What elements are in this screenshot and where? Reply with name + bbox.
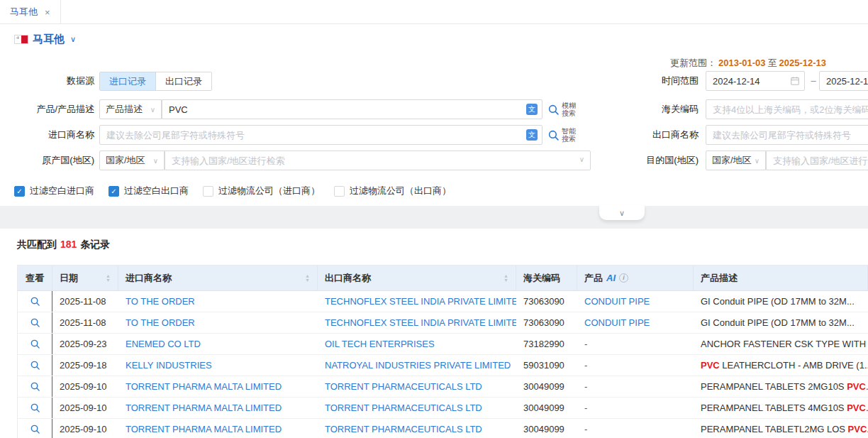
table-row: 2025-11-08 TO THE ORDER TECHNOFLEX STEEL… (18, 291, 868, 312)
header-date[interactable]: 日期 ▲▼ (52, 265, 118, 291)
destination-country-input-wrapper (766, 150, 868, 170)
cell-importer-link[interactable]: TORRENT PHARMA MALTA LIMITED (118, 398, 318, 418)
toggle-export-records[interactable]: 出口记录 (156, 72, 211, 90)
desc-highlight: PVC (847, 381, 866, 392)
cell-description: GI Conduit PIPE (OD 17MM to 32M... (694, 312, 868, 333)
origin-country-input-wrapper: ∨ (165, 150, 591, 170)
origin-country-select[interactable]: 国家/地区 ∨ (99, 150, 165, 170)
cell-exporter-link[interactable]: TORRENT PHARMACEUTICALS LTD (318, 398, 516, 418)
cell-importer-link[interactable]: TORRENT PHARMA MALTA LIMITED (118, 419, 318, 438)
hs-code-input[interactable] (706, 99, 868, 119)
ai-badge: AI (606, 273, 616, 283)
check-icon[interactable]: ✓ (14, 186, 25, 197)
checkbox-unchecked[interactable] (334, 186, 345, 197)
toggle-import-records[interactable]: 进口记录 (100, 72, 156, 90)
check-icon[interactable]: ✓ (108, 186, 119, 197)
destination-country-input[interactable] (766, 150, 868, 170)
checkbox-filter-blank-importer[interactable]: ✓ 过滤空白进口商 (14, 185, 94, 197)
cell-importer-link[interactable]: TO THE ORDER (118, 312, 318, 333)
cell-product: - (577, 419, 694, 438)
label-time-range: 时间范围 (638, 71, 699, 91)
translate-icon[interactable]: 文 (526, 104, 538, 115)
view-record-button[interactable] (30, 317, 40, 328)
collapse-panel-button[interactable]: ∨ (599, 206, 645, 220)
cell-product: - (577, 334, 694, 354)
checkbox-label: 过滤空白进口商 (30, 185, 94, 197)
cell-importer-link[interactable]: TO THE ORDER (118, 291, 318, 312)
label-origin-country: 原产国(地区) (13, 150, 94, 170)
destination-country-select-value: 国家/地区 (712, 154, 752, 167)
cell-date: 2025-11-08 (52, 312, 118, 333)
search-icon (30, 424, 40, 434)
desc-highlight: PVC (847, 403, 866, 413)
cell-hs-code: 30049099 (516, 376, 577, 397)
info-icon[interactable]: i (619, 273, 628, 283)
header-product-label: 产品 (584, 272, 603, 285)
desc-highlight: PVC (701, 360, 720, 371)
caret-down-icon: ▼ (503, 278, 508, 283)
cell-product: - (577, 398, 694, 418)
header-exporter[interactable]: 出口商名称 ▲▼ (318, 265, 516, 291)
view-record-button[interactable] (30, 339, 40, 349)
table-row: 2025-11-08 TO THE ORDER TECHNOFLEX STEEL… (18, 312, 868, 334)
cell-description: PVC LEATHERCLOTH - AMB DRIVE (1... (694, 355, 868, 376)
smart-search-button[interactable]: 智能搜索 (547, 125, 577, 145)
checkbox-unchecked[interactable] (203, 186, 213, 197)
fuzzy-search-button[interactable]: 模糊搜索 (547, 99, 577, 119)
header-date-label: 日期 (60, 272, 78, 285)
cell-exporter-link[interactable]: TORRENT PHARMACEUTICALS LTD (318, 376, 516, 397)
caret-down-icon: ▼ (106, 278, 111, 283)
search-icon (547, 104, 560, 116)
view-record-button[interactable] (30, 296, 40, 307)
cell-product-link[interactable]: CONDUIT PIPE (577, 291, 694, 312)
search-icon (30, 317, 40, 328)
calendar-icon (790, 76, 800, 88)
cell-importer-link[interactable]: KELLY INDUSTRIES (118, 355, 318, 376)
cell-exporter-link[interactable]: OIL TECH ENTERPRISES (318, 334, 516, 354)
close-icon[interactable]: × (45, 7, 50, 18)
label-exporter: 出口商名称 (638, 125, 699, 145)
importer-input[interactable] (99, 125, 542, 145)
cell-hs-code: 30049099 (516, 419, 577, 438)
origin-country-input[interactable] (165, 150, 591, 170)
sort-icons[interactable]: ▲▼ (305, 274, 310, 283)
table-body: 2025-11-08 TO THE ORDER TECHNOFLEX STEEL… (18, 291, 868, 438)
chevron-down-icon: ∨ (153, 157, 158, 165)
destination-country-select[interactable]: 国家/地区 ∨ (706, 150, 766, 170)
desc-text: GI Conduit PIPE (OD 17MM to 32M... (701, 317, 855, 328)
update-range-label: 更新范围： (670, 58, 716, 68)
cell-exporter-link[interactable]: TECHNOFLEX STEEL INDIA PRIVATE LIMITED (318, 312, 516, 333)
tab-malta[interactable]: 马耳他 × (0, 0, 61, 24)
results-prefix: 共匹配到 (17, 239, 57, 250)
checkbox-filter-blank-exporter[interactable]: ✓ 过滤空白出口商 (108, 185, 189, 197)
product-input[interactable] (162, 99, 542, 119)
cell-date: 2025-11-08 (52, 291, 118, 312)
page-title: 马耳他 (33, 33, 65, 46)
fuzzy-search-label: 模糊搜索 (562, 102, 577, 117)
header-product: 产品 AI i (577, 265, 694, 291)
view-record-button[interactable] (30, 424, 40, 434)
cell-product-link[interactable]: CONDUIT PIPE (577, 312, 694, 333)
checkbox-filter-logistics-exporter[interactable]: 过滤物流公司（出口商） (334, 185, 451, 197)
view-record-button[interactable] (30, 403, 40, 413)
header-importer[interactable]: 进口商名称 ▲▼ (118, 265, 318, 291)
sort-icons[interactable]: ▲▼ (503, 274, 508, 283)
cell-exporter-link[interactable]: TECHNOFLEX STEEL INDIA PRIVATE LIMITED (318, 291, 516, 312)
cell-description: PERAMPANEL TABLETL2MG LOS PVC... (694, 419, 868, 438)
cell-exporter-link[interactable]: NATROYAL INDUSTRIES PRIVATE LIMITED (318, 355, 516, 376)
exporter-input[interactable] (706, 125, 868, 145)
translate-icon[interactable]: 文 (526, 129, 538, 141)
search-icon (30, 296, 40, 307)
view-record-button[interactable] (30, 360, 40, 371)
view-record-button[interactable] (30, 381, 40, 392)
product-type-select[interactable]: 产品描述 ∨ (99, 99, 162, 119)
cell-importer-link[interactable]: ENEMED CO LTD (118, 334, 318, 354)
date-end-input[interactable] (819, 71, 868, 91)
cell-importer-link[interactable]: TORRENT PHARMA MALTA LIMITED (118, 376, 318, 397)
cell-hs-code: 59031090 (516, 355, 577, 376)
date-range-separator: – (808, 71, 818, 91)
checkbox-filter-logistics-importer[interactable]: 过滤物流公司（进口商） (203, 185, 320, 197)
cell-exporter-link[interactable]: TORRENT PHARMACEUTICALS LTD (318, 419, 516, 438)
chevron-down-icon[interactable]: ∨ (70, 35, 76, 44)
sort-icons[interactable]: ▲▼ (106, 274, 111, 283)
